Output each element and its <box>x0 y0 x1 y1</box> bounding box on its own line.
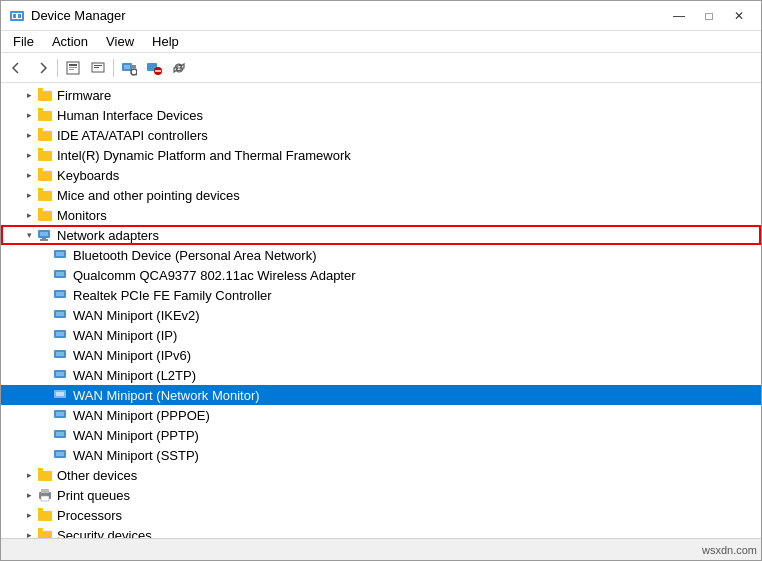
svg-rect-25 <box>38 151 52 161</box>
expander-bluetooth <box>37 247 53 263</box>
svg-rect-68 <box>38 528 43 531</box>
svg-rect-58 <box>56 452 64 456</box>
svg-rect-26 <box>38 148 43 151</box>
expander-wan-ip <box>37 327 53 343</box>
realtek-icon <box>53 287 69 303</box>
toolbar <box>1 53 761 83</box>
ide-label: IDE ATA/ATAPI controllers <box>57 128 208 143</box>
scan-button[interactable] <box>117 56 141 80</box>
expander-wan-ikev2 <box>37 307 53 323</box>
tree-item-wan-sstp[interactable]: WAN Miniport (SSTP) <box>1 445 761 465</box>
svg-rect-56 <box>56 432 64 436</box>
tree-item-network-adapters[interactable]: Network adapters <box>1 225 761 245</box>
expander-wan-ipv6 <box>37 347 53 363</box>
tree-item-other[interactable]: Other devices <box>1 465 761 485</box>
disable-button[interactable] <box>142 56 166 80</box>
tree-item-mice[interactable]: Mice and other pointing devices <box>1 185 761 205</box>
expander-mice[interactable] <box>21 187 37 203</box>
svg-rect-24 <box>38 128 43 131</box>
print-icon <box>37 487 53 503</box>
expander-security[interactable] <box>21 527 37 538</box>
wan-netmon-icon <box>53 387 69 403</box>
expander-processors[interactable] <box>21 507 37 523</box>
svg-rect-21 <box>38 111 52 121</box>
tree-item-print[interactable]: Print queues <box>1 485 761 505</box>
menu-action[interactable]: Action <box>44 32 96 51</box>
svg-rect-3 <box>18 14 21 18</box>
expander-print[interactable] <box>21 487 37 503</box>
svg-rect-38 <box>56 252 64 256</box>
expander-other[interactable] <box>21 467 37 483</box>
menu-view[interactable]: View <box>98 32 142 51</box>
tree-item-processors[interactable]: Processors <box>1 505 761 525</box>
expander-network[interactable] <box>21 227 37 243</box>
other-icon <box>37 467 53 483</box>
svg-rect-40 <box>56 272 64 276</box>
svg-rect-62 <box>41 489 49 493</box>
svg-rect-7 <box>69 69 74 70</box>
expander-keyboards[interactable] <box>21 167 37 183</box>
menu-bar: File Action View Help <box>1 31 761 53</box>
svg-rect-63 <box>41 496 49 501</box>
svg-rect-12 <box>124 65 130 69</box>
tree-item-security[interactable]: Security devices <box>1 525 761 538</box>
forward-button[interactable] <box>30 56 54 80</box>
menu-help[interactable]: Help <box>144 32 187 51</box>
tree-item-bluetooth[interactable]: Bluetooth Device (Personal Area Network) <box>1 245 761 265</box>
device-manager-window: Device Manager — □ ✕ File Action View He… <box>0 0 762 561</box>
tree-item-wan-ipv6[interactable]: WAN Miniport (IPv6) <box>1 345 761 365</box>
tree-item-wan-l2tp[interactable]: WAN Miniport (L2TP) <box>1 365 761 385</box>
svg-rect-42 <box>56 292 64 296</box>
tree-item-wan-ikev2[interactable]: WAN Miniport (IKEv2) <box>1 305 761 325</box>
properties-button[interactable] <box>61 56 85 80</box>
refresh-button[interactable] <box>167 56 191 80</box>
svg-rect-59 <box>38 471 52 481</box>
svg-rect-29 <box>38 191 52 201</box>
tree-item-wan-netmon[interactable]: WAN Miniport (Network Monitor) <box>1 385 761 405</box>
back-button[interactable] <box>5 56 29 80</box>
expander-intel[interactable] <box>21 147 37 163</box>
svg-rect-2 <box>13 14 16 18</box>
wan-ip-icon <box>53 327 69 343</box>
qualcomm-icon <box>53 267 69 283</box>
expander-hid[interactable] <box>21 107 37 123</box>
monitors-label: Monitors <box>57 208 107 223</box>
maximize-button[interactable]: □ <box>695 6 723 26</box>
device-tree[interactable]: Firmware Human Interface Devices IDE ATA… <box>1 83 761 538</box>
svg-rect-66 <box>38 508 43 511</box>
mice-icon <box>37 187 53 203</box>
tree-item-wan-ip[interactable]: WAN Miniport (IP) <box>1 325 761 345</box>
minimize-button[interactable]: — <box>665 6 693 26</box>
menu-file[interactable]: File <box>5 32 42 51</box>
tree-item-wan-pppoe[interactable]: WAN Miniport (PPPOE) <box>1 405 761 425</box>
tree-item-monitors[interactable]: Monitors <box>1 205 761 225</box>
tree-item-ide[interactable]: IDE ATA/ATAPI controllers <box>1 125 761 145</box>
expander-firmware[interactable] <box>21 87 37 103</box>
expander-wan-pptp <box>37 427 53 443</box>
svg-rect-23 <box>38 131 52 141</box>
svg-rect-19 <box>38 91 52 101</box>
wan-ip-label: WAN Miniport (IP) <box>73 328 177 343</box>
intel-label: Intel(R) Dynamic Platform and Thermal Fr… <box>57 148 351 163</box>
close-button[interactable]: ✕ <box>725 6 753 26</box>
print-label: Print queues <box>57 488 130 503</box>
svg-rect-54 <box>56 412 64 416</box>
qualcomm-label: Qualcomm QCA9377 802.11ac Wireless Adapt… <box>73 268 356 283</box>
tree-item-intel[interactable]: Intel(R) Dynamic Platform and Thermal Fr… <box>1 145 761 165</box>
toolbar-sep1 <box>57 59 58 77</box>
firmware-label: Firmware <box>57 88 111 103</box>
tree-item-realtek[interactable]: Realtek PCIe FE Family Controller <box>1 285 761 305</box>
svg-line-15 <box>136 74 137 75</box>
svg-rect-6 <box>69 67 77 68</box>
update-driver-button[interactable] <box>86 56 110 80</box>
tree-item-firmware[interactable]: Firmware <box>1 85 761 105</box>
mice-label: Mice and other pointing devices <box>57 188 240 203</box>
svg-rect-50 <box>56 372 64 376</box>
tree-item-keyboards[interactable]: Keyboards <box>1 165 761 185</box>
tree-item-wan-pptp[interactable]: WAN Miniport (PPTP) <box>1 425 761 445</box>
tree-item-hid[interactable]: Human Interface Devices <box>1 105 761 125</box>
tree-item-qualcomm[interactable]: Qualcomm QCA9377 802.11ac Wireless Adapt… <box>1 265 761 285</box>
wan-sstp-icon <box>53 447 69 463</box>
expander-monitors[interactable] <box>21 207 37 223</box>
expander-ide[interactable] <box>21 127 37 143</box>
